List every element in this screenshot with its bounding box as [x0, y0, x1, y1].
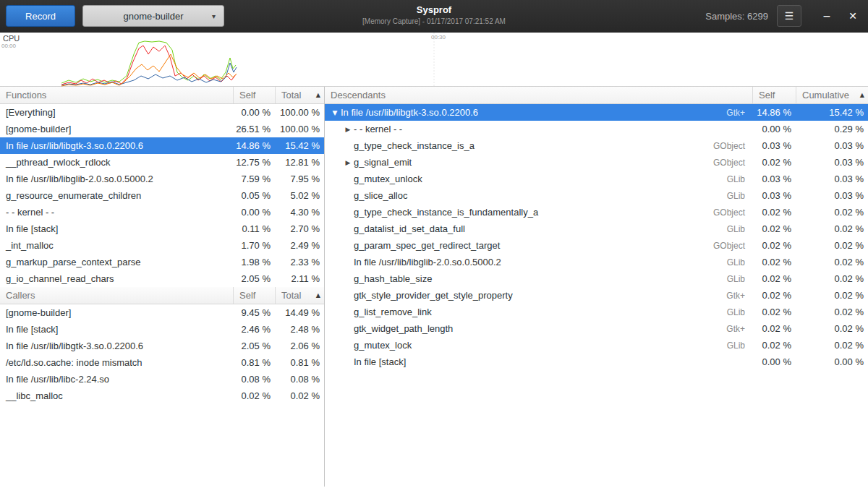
- table-row[interactable]: In file [stack]2.46 %2.48 %: [0, 321, 324, 338]
- total-percent: 14.49 %: [275, 307, 324, 318]
- symbol-name-cell: In file /usr/lib/libc-2.24.so: [0, 374, 233, 385]
- descendants-table-body: ▼In file /usr/lib/libgtk-3.so.0.2200.6Gt…: [325, 104, 868, 370]
- table-row[interactable]: g_mutex_lockGLib0.02 %0.02 %: [325, 337, 868, 354]
- table-row[interactable]: - - kernel - -0.00 %4.30 %: [0, 204, 324, 221]
- cpu-timeline[interactable]: CPU 00:00 00:30: [0, 33, 868, 87]
- symbol-label: In file /usr/lib/libglib-2.0.so.0.5000.2: [354, 257, 501, 267]
- symbol-name-cell: g_resource_enumerate_children: [0, 190, 233, 201]
- table-row[interactable]: [Everything]0.00 %100.00 %: [0, 104, 324, 121]
- symbol-label: g_slice_alloc: [354, 190, 407, 201]
- symbol-label: - - kernel - -: [6, 207, 54, 218]
- descendants-table-header: Descendants Self Cumulative ▲: [325, 87, 868, 104]
- self-percent: 2.05 %: [233, 273, 275, 284]
- callers-table-body: [gnome-builder]9.45 %14.49 %In file [sta…: [0, 304, 324, 404]
- symbol-label: [gnome-builder]: [6, 124, 71, 134]
- symbol-name-cell: [Everything]: [0, 107, 233, 118]
- symbol-name-cell: _int_malloc: [0, 240, 233, 251]
- column-header-self[interactable]: Self: [752, 87, 796, 103]
- self-percent: 0.03 %: [752, 174, 796, 184]
- hamburger-menu-button[interactable]: ☰: [777, 5, 801, 27]
- table-row[interactable]: g_hash_table_sizeGLib0.02 %0.02 %: [325, 270, 868, 287]
- total-percent: 0.08 %: [275, 374, 324, 385]
- self-percent: 0.08 %: [233, 374, 275, 385]
- column-header-callers[interactable]: Callers: [0, 287, 233, 304]
- record-button[interactable]: Record: [6, 5, 75, 27]
- table-row[interactable]: _int_malloc1.70 %2.49 %: [0, 237, 324, 254]
- symbol-label: In file /usr/lib/libglib-2.0.so.0.5000.2: [6, 174, 153, 184]
- total-percent: 15.42 %: [796, 107, 868, 118]
- column-header-self[interactable]: Self: [233, 87, 275, 103]
- sort-arrow-icon: ▲: [860, 92, 868, 98]
- total-percent: 0.02 %: [796, 340, 868, 351]
- symbol-label: In file /usr/lib/libgtk-3.so.0.2200.6: [341, 107, 478, 118]
- column-header-total-label: Total: [281, 290, 301, 301]
- column-header-total[interactable]: Total ▲: [275, 287, 324, 304]
- table-row[interactable]: g_mutex_unlockGLib0.03 %0.03 %: [325, 171, 868, 187]
- self-percent: 7.59 %: [233, 174, 275, 184]
- symbol-label: g_signal_emit: [354, 157, 412, 168]
- callers-table-header: Callers Self Total ▲: [0, 287, 324, 304]
- expander-closed-icon[interactable]: ▶: [342, 126, 354, 133]
- symbol-name-cell: In file /usr/lib/libglib-2.0.so.0.5000.2…: [325, 257, 752, 267]
- table-row[interactable]: g_type_check_instance_is_fundamentally_a…: [325, 204, 868, 221]
- self-percent: 0.02 %: [752, 340, 796, 351]
- functions-table-header: Functions Self Total ▲: [0, 87, 324, 104]
- total-percent: 15.42 %: [275, 140, 324, 151]
- column-header-descendants[interactable]: Descendants: [325, 87, 752, 103]
- self-percent: 0.03 %: [752, 140, 796, 151]
- table-row[interactable]: g_list_remove_linkGLib0.02 %0.02 %: [325, 304, 868, 320]
- symbol-label: - - kernel - -: [354, 124, 402, 134]
- table-row[interactable]: ▶- - kernel - -0.00 %0.29 %: [325, 121, 868, 137]
- column-header-total[interactable]: Total ▲: [275, 87, 324, 103]
- symbol-name-cell: g_list_remove_linkGLib: [325, 307, 752, 317]
- target-selector-value: gnome-builder: [123, 11, 183, 22]
- table-row[interactable]: In file /usr/lib/libglib-2.0.so.0.5000.2…: [0, 171, 324, 187]
- expander-closed-icon[interactable]: ▶: [342, 159, 354, 166]
- symbol-label: g_resource_enumerate_children: [6, 190, 141, 201]
- table-row[interactable]: [gnome-builder]26.51 %100.00 %: [0, 121, 324, 137]
- table-row[interactable]: g_markup_parse_context_parse1.98 %2.33 %: [0, 254, 324, 270]
- table-row[interactable]: g_resource_enumerate_children0.05 %5.02 …: [0, 187, 324, 204]
- table-row[interactable]: g_datalist_id_set_data_fullGLib0.02 %0.0…: [325, 221, 868, 237]
- table-row[interactable]: In file /usr/lib/libglib-2.0.so.0.5000.2…: [325, 254, 868, 270]
- symbol-name-cell: - - kernel - -: [0, 207, 233, 218]
- total-percent: 2.70 %: [275, 223, 324, 234]
- table-row[interactable]: In file /usr/lib/libc-2.24.so0.08 %0.08 …: [0, 371, 324, 388]
- close-icon: ✕: [848, 10, 857, 22]
- column-header-self[interactable]: Self: [233, 287, 275, 304]
- total-percent: 0.03 %: [796, 174, 868, 184]
- total-percent: 4.30 %: [275, 207, 324, 218]
- table-row[interactable]: [gnome-builder]9.45 %14.49 %: [0, 304, 324, 321]
- column-header-cumulative[interactable]: Cumulative ▲: [796, 87, 868, 103]
- target-selector-dropdown[interactable]: gnome-builder ▾: [82, 5, 224, 27]
- table-row[interactable]: g_param_spec_get_redirect_targetGObject0…: [325, 237, 868, 254]
- table-row[interactable]: g_slice_allocGLib0.03 %0.03 %: [325, 187, 868, 204]
- table-row[interactable]: g_io_channel_read_chars2.05 %2.11 %: [0, 270, 324, 287]
- table-row[interactable]: ▼In file /usr/lib/libgtk-3.so.0.2200.6Gt…: [325, 104, 868, 121]
- total-percent: 2.48 %: [275, 324, 324, 335]
- table-row[interactable]: In file /usr/lib/libgtk-3.so.0.2200.614.…: [0, 137, 324, 154]
- table-row[interactable]: In file [stack]0.00 %0.00 %: [325, 354, 868, 370]
- left-panel: Functions Self Total ▲ [Everything]0.00 …: [0, 87, 325, 487]
- table-row[interactable]: gtk_style_provider_get_style_propertyGtk…: [325, 287, 868, 304]
- close-button[interactable]: ✕: [843, 7, 862, 25]
- table-row[interactable]: gtk_widget_path_lengthGtk+0.02 %0.02 %: [325, 320, 868, 337]
- expander-open-icon[interactable]: ▼: [329, 109, 341, 116]
- hamburger-icon: ☰: [785, 10, 794, 22]
- table-row[interactable]: /etc/ld.so.cache: inode mismatch0.81 %0.…: [0, 354, 324, 371]
- column-header-functions[interactable]: Functions: [0, 87, 233, 103]
- table-row[interactable]: In file [stack]0.11 %2.70 %: [0, 221, 324, 237]
- table-row[interactable]: In file /usr/lib/libgtk-3.so.0.2200.62.0…: [0, 338, 324, 354]
- total-percent: 5.02 %: [275, 190, 324, 201]
- library-badge: GLib: [727, 224, 745, 234]
- self-percent: 1.70 %: [233, 240, 275, 251]
- table-row[interactable]: g_type_check_instance_is_aGObject0.03 %0…: [325, 137, 868, 154]
- table-row[interactable]: __libc_malloc0.02 %0.02 %: [0, 388, 324, 404]
- library-badge: Gtk+: [726, 324, 745, 334]
- self-percent: 14.86 %: [233, 140, 275, 151]
- table-row[interactable]: __pthread_rwlock_rdlock12.75 %12.81 %: [0, 154, 324, 171]
- symbol-label: gtk_style_provider_get_style_property: [354, 290, 513, 301]
- total-percent: 0.02 %: [796, 307, 868, 317]
- minimize-button[interactable]: −: [817, 7, 836, 25]
- table-row[interactable]: ▶g_signal_emitGObject0.02 %0.03 %: [325, 154, 868, 171]
